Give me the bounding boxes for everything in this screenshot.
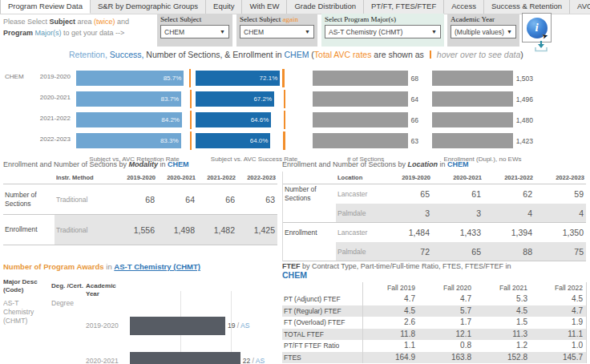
awards-header-degcert: Deg. /Cert. (51, 282, 85, 290)
subject-filter: Select Subject CHEM ▼ (157, 14, 232, 47)
ftef-value-cell: 4.5 (531, 293, 587, 305)
awards-header-year: Academic Year (86, 282, 131, 298)
avc-success-tick (283, 131, 285, 150)
value-cell: 63 (237, 184, 277, 215)
location-section: Enrollment and Number of Sections by Loc… (282, 160, 587, 261)
sections-bar[interactable] (313, 112, 408, 127)
retention-bar[interactable]: 83.3% (76, 133, 181, 148)
group-label-cell: Enrollment (283, 223, 336, 242)
success-value-label: 64.6% (251, 112, 269, 127)
title-shown: are shown as (371, 50, 423, 59)
sections-bar[interactable] (313, 71, 408, 86)
retention-value-label: 84.2% (161, 112, 180, 127)
success-track: 67.2% (196, 91, 313, 107)
modality-section: Enrollment and Number of Sections by Mod… (3, 160, 280, 245)
header-year: 2019-2020 (117, 172, 157, 184)
program-major-link[interactable]: AS-T Chemistry (CHMT) (114, 262, 200, 271)
value-cell: 1,498 (157, 215, 197, 245)
overview-row: 2021-202284.2%64.6%661,480 (0, 111, 590, 131)
overview-row: CHEM2019-202085.7%72.1%681,503 (0, 69, 590, 90)
ftef-value-cell: 4.7 (531, 305, 587, 317)
ftef-row-label: TOTAL FTEF (282, 329, 362, 341)
title-mid: Number of Sections, & Enrollment in (143, 50, 284, 59)
value-cell: 64 (157, 184, 197, 215)
overview-bar-charts: CHEM2019-202085.7%72.1%681,5032020-20218… (0, 67, 590, 167)
academic-year-filter: Academic Year (Multiple values) ▼ (447, 14, 519, 47)
subject-filter-dropdown[interactable]: CHEM ▼ (160, 25, 229, 38)
title-paren: ) (520, 50, 523, 59)
header-year: 2022-2023 (535, 172, 586, 184)
tab-success-retention[interactable]: Success & Retention (484, 0, 570, 14)
ftef-value-cell: 1.7 (418, 317, 475, 329)
tab-pt-ft-ftes-ftef[interactable]: PT/FT, FTES/FTEF (364, 0, 444, 14)
instruction-program: Program (3, 29, 33, 37)
tab-program-review-data[interactable]: Program Review Data (1, 0, 91, 14)
success-bar[interactable]: 64.6% (196, 112, 271, 127)
avc-success-tick (282, 69, 285, 87)
value-cell: 1,350 (535, 223, 586, 242)
subject-again-filter: Select Subject again CHEM ▼ (236, 14, 317, 47)
academic-year-filter-dropdown[interactable]: (Multiple values) ▼ (451, 25, 516, 38)
awards-year-label: 2019-2020 (86, 322, 131, 330)
ftef-value-cell: 1.0 (531, 340, 587, 352)
info-button[interactable]: i ➤ (522, 13, 552, 42)
success-bar[interactable]: 72.1% (196, 71, 280, 86)
tab-grade-distribution[interactable]: Grade Distribution (287, 0, 364, 14)
retention-track: 85.7% (76, 71, 192, 86)
avc-retention-tick (189, 69, 192, 87)
group-label: CHEM (5, 73, 24, 80)
enrollment-bar[interactable] (432, 91, 513, 107)
overview-title: Retention, Success, Number of Sections, … (69, 50, 523, 59)
ftef-value-cell: 1.5 (475, 317, 531, 329)
ftef-row-label: PT (Adjunct) FTEF (282, 293, 362, 305)
enrollment-bar[interactable] (432, 112, 513, 127)
tab-equity[interactable]: Equity (206, 0, 242, 14)
tab-with-ew[interactable]: With EW (242, 0, 287, 14)
sections-bar[interactable] (313, 91, 408, 107)
program-major-filter-value: AS-T Chemistry (CHMT) (329, 28, 402, 36)
success-bar[interactable]: 67.2% (196, 91, 274, 107)
ftef-value-cell: 1.1 (362, 340, 418, 352)
retention-bar[interactable]: 84.2% (76, 112, 182, 127)
program-major-filter: Select Program Major(s) AS-T Chemistry (… (321, 14, 444, 47)
tab-s-r-by-demographic-groups[interactable]: S&R by Demographic Groups (91, 0, 206, 14)
value-cell: 1,394 (483, 223, 535, 242)
ftef-row-label: FTES (282, 352, 362, 364)
location-cell: Lancaster (336, 184, 381, 204)
title-chem: CHEM (284, 50, 309, 59)
enrollment-bar[interactable] (432, 71, 513, 86)
overview-row: 2020-202183.7%67.2%641,496 (0, 90, 590, 111)
retention-bar[interactable]: 83.7% (76, 91, 181, 107)
value-cell: 4 (535, 204, 586, 223)
retention-bar[interactable]: 85.7% (76, 71, 184, 86)
sections-bar[interactable] (313, 133, 408, 148)
title-retention: Retention, (69, 50, 107, 59)
award-type: AS (256, 357, 265, 364)
enrollment-value-label: 1,423 (516, 137, 533, 145)
academic-year-filter-value: (Multiple values) (455, 28, 504, 36)
value-cell: 1,482 (197, 215, 237, 245)
chevron-down-icon: ▼ (220, 29, 225, 34)
sections-value-label: 63 (411, 137, 418, 145)
location-text: Lancaster (337, 190, 367, 198)
awards-header-major: Major Desc (Code) (3, 278, 48, 294)
ftef-row-label: FT (Regular) FTEF (282, 305, 362, 317)
tab-avc-success-and-retention[interactable]: AVC Success and Retention (570, 0, 590, 14)
enrollment-bar[interactable] (432, 133, 513, 148)
title-success: Success, (107, 50, 144, 59)
ftef-value-cell: 12.1 (418, 329, 475, 341)
retention-track: 84.2% (76, 112, 192, 127)
download-icon[interactable] (534, 41, 548, 55)
instruction-text: Please Select (3, 18, 50, 26)
ftef-value-cell: 152.8 (475, 352, 531, 364)
sections-track: 68 (313, 71, 418, 86)
success-bar[interactable]: 64.0% (196, 133, 270, 148)
subject-again-filter-dropdown[interactable]: CHEM ▼ (240, 25, 314, 38)
awards-bar[interactable] (130, 352, 240, 364)
value-cell: 62 (483, 184, 535, 204)
tab-access[interactable]: Access (444, 0, 484, 14)
awards-bar[interactable] (130, 317, 225, 335)
program-major-filter-dropdown[interactable]: AS-T Chemistry (CHMT) ▼ (325, 25, 441, 38)
instruction-text: area (75, 18, 94, 26)
modality-title: Enrollment and Number of Sections by Mod… (3, 160, 280, 168)
